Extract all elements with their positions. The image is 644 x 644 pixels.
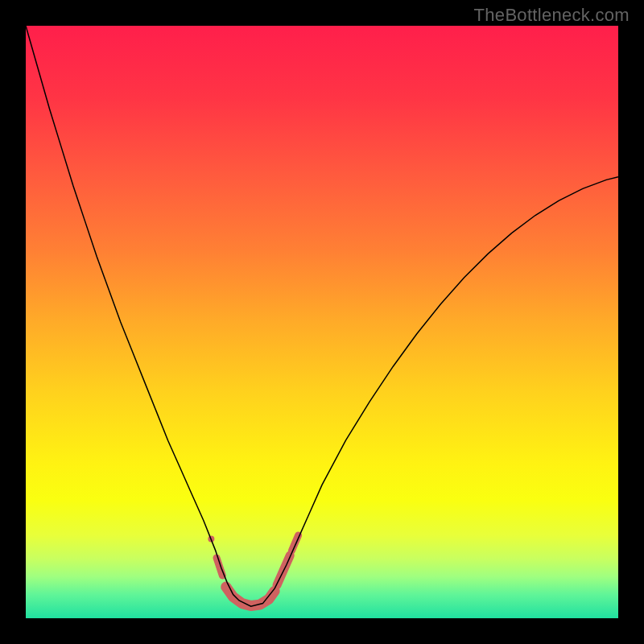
watermark-text: TheBottleneck.com: [474, 5, 630, 26]
chart-plot: [26, 26, 618, 618]
chart-background: [26, 26, 618, 618]
